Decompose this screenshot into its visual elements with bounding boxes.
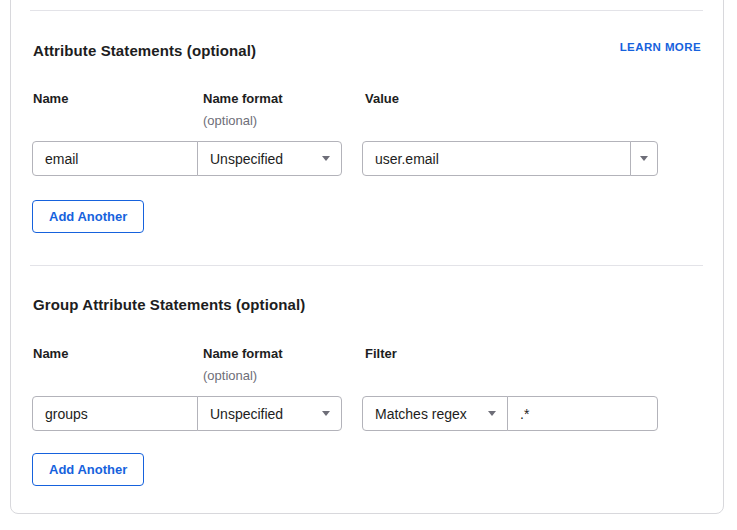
attribute-statements-heading: Attribute Statements (optional) — [33, 43, 256, 58]
dropdown-arrow-icon — [488, 411, 496, 416]
column-sublabel-optional: (optional) — [203, 114, 257, 127]
attribute-name-format-value: Unspecified — [210, 151, 283, 167]
group-filter-type-value: Matches regex — [375, 406, 467, 422]
group-name-format-group: Unspecified — [32, 396, 342, 431]
group-filter-group: Matches regex — [362, 396, 658, 431]
attribute-value-input[interactable] — [362, 141, 631, 176]
settings-page: Attribute Statements (optional) LEARN MO… — [0, 0, 737, 530]
group-filter-type-select[interactable]: Matches regex — [362, 396, 508, 431]
section-divider — [30, 265, 703, 266]
attribute-name-input[interactable] — [32, 141, 198, 176]
attribute-value-dropdown-button[interactable] — [630, 141, 658, 176]
group-name-format-select[interactable]: Unspecified — [197, 396, 342, 431]
column-label-value: Value — [365, 92, 399, 105]
attribute-value-group — [362, 141, 658, 176]
dropdown-arrow-icon — [640, 156, 648, 161]
column-label-name: Name — [33, 92, 68, 105]
attribute-name-format-group: Unspecified — [32, 141, 342, 176]
column-label-name-format: Name format — [203, 347, 282, 360]
section-divider — [30, 10, 703, 11]
learn-more-link[interactable]: LEARN MORE — [620, 42, 701, 54]
group-name-format-value: Unspecified — [210, 406, 283, 422]
column-label-filter: Filter — [365, 347, 397, 360]
column-label-name: Name — [33, 347, 68, 360]
dropdown-arrow-icon — [322, 411, 330, 416]
saml-settings-card: Attribute Statements (optional) LEARN MO… — [10, 0, 724, 514]
column-sublabel-optional: (optional) — [203, 369, 257, 382]
group-attribute-statements-heading: Group Attribute Statements (optional) — [33, 297, 305, 312]
column-label-name-format: Name format — [203, 92, 282, 105]
group-add-another-button[interactable]: Add Another — [32, 453, 144, 486]
attribute-name-format-select[interactable]: Unspecified — [197, 141, 342, 176]
group-filter-value-input[interactable] — [507, 396, 658, 431]
dropdown-arrow-icon — [322, 156, 330, 161]
attribute-add-another-button[interactable]: Add Another — [32, 200, 144, 233]
group-name-input[interactable] — [32, 396, 198, 431]
